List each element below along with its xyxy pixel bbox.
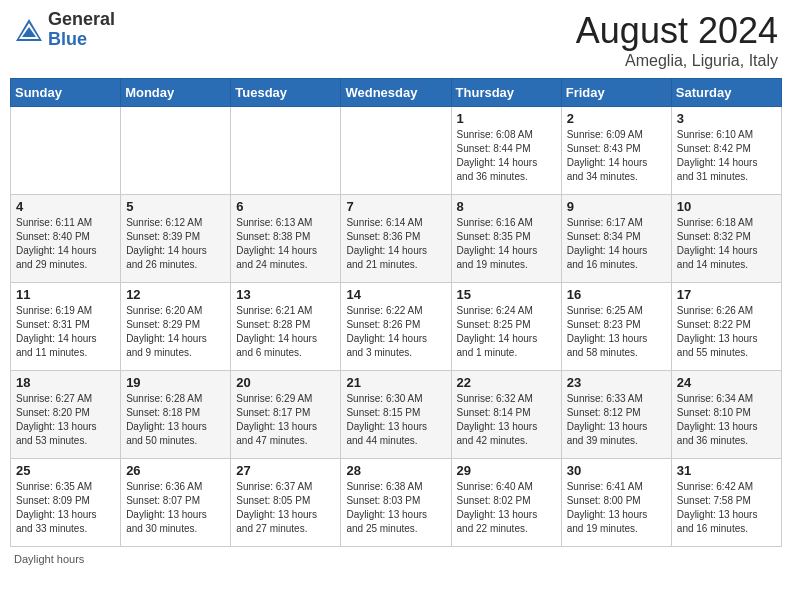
day-info: Sunrise: 6:16 AMSunset: 8:35 PMDaylight:…: [457, 216, 556, 272]
day-number: 22: [457, 375, 556, 390]
day-info: Sunrise: 6:25 AMSunset: 8:23 PMDaylight:…: [567, 304, 666, 360]
day-info: Sunrise: 6:28 AMSunset: 8:18 PMDaylight:…: [126, 392, 225, 448]
calendar-cell: 12Sunrise: 6:20 AMSunset: 8:29 PMDayligh…: [121, 283, 231, 371]
calendar-cell: 23Sunrise: 6:33 AMSunset: 8:12 PMDayligh…: [561, 371, 671, 459]
day-number: 16: [567, 287, 666, 302]
calendar-cell: 5Sunrise: 6:12 AMSunset: 8:39 PMDaylight…: [121, 195, 231, 283]
calendar-cell: 7Sunrise: 6:14 AMSunset: 8:36 PMDaylight…: [341, 195, 451, 283]
day-info: Sunrise: 6:09 AMSunset: 8:43 PMDaylight:…: [567, 128, 666, 184]
calendar-cell: [11, 107, 121, 195]
weekday-header-wednesday: Wednesday: [341, 79, 451, 107]
logo-blue-text: Blue: [48, 29, 87, 49]
calendar-cell: 10Sunrise: 6:18 AMSunset: 8:32 PMDayligh…: [671, 195, 781, 283]
day-number: 7: [346, 199, 445, 214]
calendar-cell: 6Sunrise: 6:13 AMSunset: 8:38 PMDaylight…: [231, 195, 341, 283]
day-info: Sunrise: 6:10 AMSunset: 8:42 PMDaylight:…: [677, 128, 776, 184]
day-number: 25: [16, 463, 115, 478]
location: Ameglia, Liguria, Italy: [576, 52, 778, 70]
day-number: 30: [567, 463, 666, 478]
calendar-cell: 17Sunrise: 6:26 AMSunset: 8:22 PMDayligh…: [671, 283, 781, 371]
day-info: Sunrise: 6:13 AMSunset: 8:38 PMDaylight:…: [236, 216, 335, 272]
week-row-4: 18Sunrise: 6:27 AMSunset: 8:20 PMDayligh…: [11, 371, 782, 459]
weekday-header-thursday: Thursday: [451, 79, 561, 107]
calendar-cell: 27Sunrise: 6:37 AMSunset: 8:05 PMDayligh…: [231, 459, 341, 547]
day-number: 23: [567, 375, 666, 390]
weekday-header-row: SundayMondayTuesdayWednesdayThursdayFrid…: [11, 79, 782, 107]
day-number: 2: [567, 111, 666, 126]
month-year: August 2024: [576, 10, 778, 52]
day-number: 5: [126, 199, 225, 214]
day-info: Sunrise: 6:08 AMSunset: 8:44 PMDaylight:…: [457, 128, 556, 184]
calendar-cell: 26Sunrise: 6:36 AMSunset: 8:07 PMDayligh…: [121, 459, 231, 547]
week-row-2: 4Sunrise: 6:11 AMSunset: 8:40 PMDaylight…: [11, 195, 782, 283]
weekday-header-tuesday: Tuesday: [231, 79, 341, 107]
calendar-cell: 14Sunrise: 6:22 AMSunset: 8:26 PMDayligh…: [341, 283, 451, 371]
calendar-cell: 15Sunrise: 6:24 AMSunset: 8:25 PMDayligh…: [451, 283, 561, 371]
calendar-cell: 13Sunrise: 6:21 AMSunset: 8:28 PMDayligh…: [231, 283, 341, 371]
day-info: Sunrise: 6:14 AMSunset: 8:36 PMDaylight:…: [346, 216, 445, 272]
day-number: 17: [677, 287, 776, 302]
calendar-cell: 3Sunrise: 6:10 AMSunset: 8:42 PMDaylight…: [671, 107, 781, 195]
week-row-5: 25Sunrise: 6:35 AMSunset: 8:09 PMDayligh…: [11, 459, 782, 547]
day-info: Sunrise: 6:17 AMSunset: 8:34 PMDaylight:…: [567, 216, 666, 272]
page-header: General Blue August 2024 Ameglia, Liguri…: [10, 10, 782, 70]
calendar-cell: [341, 107, 451, 195]
calendar-cell: 1Sunrise: 6:08 AMSunset: 8:44 PMDaylight…: [451, 107, 561, 195]
day-info: Sunrise: 6:37 AMSunset: 8:05 PMDaylight:…: [236, 480, 335, 536]
calendar-cell: 21Sunrise: 6:30 AMSunset: 8:15 PMDayligh…: [341, 371, 451, 459]
day-number: 13: [236, 287, 335, 302]
day-info: Sunrise: 6:30 AMSunset: 8:15 PMDaylight:…: [346, 392, 445, 448]
day-info: Sunrise: 6:26 AMSunset: 8:22 PMDaylight:…: [677, 304, 776, 360]
logo-general-text: General: [48, 9, 115, 29]
calendar-cell: 19Sunrise: 6:28 AMSunset: 8:18 PMDayligh…: [121, 371, 231, 459]
day-info: Sunrise: 6:24 AMSunset: 8:25 PMDaylight:…: [457, 304, 556, 360]
day-number: 20: [236, 375, 335, 390]
day-number: 24: [677, 375, 776, 390]
calendar-cell: 16Sunrise: 6:25 AMSunset: 8:23 PMDayligh…: [561, 283, 671, 371]
calendar-cell: 31Sunrise: 6:42 AMSunset: 7:58 PMDayligh…: [671, 459, 781, 547]
day-number: 27: [236, 463, 335, 478]
day-info: Sunrise: 6:22 AMSunset: 8:26 PMDaylight:…: [346, 304, 445, 360]
calendar-cell: 28Sunrise: 6:38 AMSunset: 8:03 PMDayligh…: [341, 459, 451, 547]
day-info: Sunrise: 6:34 AMSunset: 8:10 PMDaylight:…: [677, 392, 776, 448]
day-info: Sunrise: 6:33 AMSunset: 8:12 PMDaylight:…: [567, 392, 666, 448]
day-info: Sunrise: 6:21 AMSunset: 8:28 PMDaylight:…: [236, 304, 335, 360]
day-number: 6: [236, 199, 335, 214]
page-container: General Blue August 2024 Ameglia, Liguri…: [10, 10, 782, 565]
calendar-cell: 30Sunrise: 6:41 AMSunset: 8:00 PMDayligh…: [561, 459, 671, 547]
calendar-table: SundayMondayTuesdayWednesdayThursdayFrid…: [10, 78, 782, 547]
logo-icon: [14, 15, 44, 45]
footer-note: Daylight hours: [10, 553, 782, 565]
calendar-cell: 18Sunrise: 6:27 AMSunset: 8:20 PMDayligh…: [11, 371, 121, 459]
day-number: 10: [677, 199, 776, 214]
day-info: Sunrise: 6:42 AMSunset: 7:58 PMDaylight:…: [677, 480, 776, 536]
day-number: 29: [457, 463, 556, 478]
day-info: Sunrise: 6:20 AMSunset: 8:29 PMDaylight:…: [126, 304, 225, 360]
calendar-cell: [121, 107, 231, 195]
day-info: Sunrise: 6:40 AMSunset: 8:02 PMDaylight:…: [457, 480, 556, 536]
calendar-cell: [231, 107, 341, 195]
weekday-header-sunday: Sunday: [11, 79, 121, 107]
day-number: 1: [457, 111, 556, 126]
calendar-cell: 11Sunrise: 6:19 AMSunset: 8:31 PMDayligh…: [11, 283, 121, 371]
day-number: 26: [126, 463, 225, 478]
day-number: 18: [16, 375, 115, 390]
day-info: Sunrise: 6:41 AMSunset: 8:00 PMDaylight:…: [567, 480, 666, 536]
day-info: Sunrise: 6:18 AMSunset: 8:32 PMDaylight:…: [677, 216, 776, 272]
calendar-cell: 25Sunrise: 6:35 AMSunset: 8:09 PMDayligh…: [11, 459, 121, 547]
day-number: 28: [346, 463, 445, 478]
week-row-1: 1Sunrise: 6:08 AMSunset: 8:44 PMDaylight…: [11, 107, 782, 195]
day-info: Sunrise: 6:36 AMSunset: 8:07 PMDaylight:…: [126, 480, 225, 536]
day-number: 14: [346, 287, 445, 302]
day-number: 31: [677, 463, 776, 478]
day-info: Sunrise: 6:35 AMSunset: 8:09 PMDaylight:…: [16, 480, 115, 536]
calendar-cell: 29Sunrise: 6:40 AMSunset: 8:02 PMDayligh…: [451, 459, 561, 547]
logo: General Blue: [14, 10, 115, 50]
day-info: Sunrise: 6:19 AMSunset: 8:31 PMDaylight:…: [16, 304, 115, 360]
day-info: Sunrise: 6:27 AMSunset: 8:20 PMDaylight:…: [16, 392, 115, 448]
calendar-cell: 20Sunrise: 6:29 AMSunset: 8:17 PMDayligh…: [231, 371, 341, 459]
day-info: Sunrise: 6:38 AMSunset: 8:03 PMDaylight:…: [346, 480, 445, 536]
day-number: 15: [457, 287, 556, 302]
title-block: August 2024 Ameglia, Liguria, Italy: [576, 10, 778, 70]
week-row-3: 11Sunrise: 6:19 AMSunset: 8:31 PMDayligh…: [11, 283, 782, 371]
